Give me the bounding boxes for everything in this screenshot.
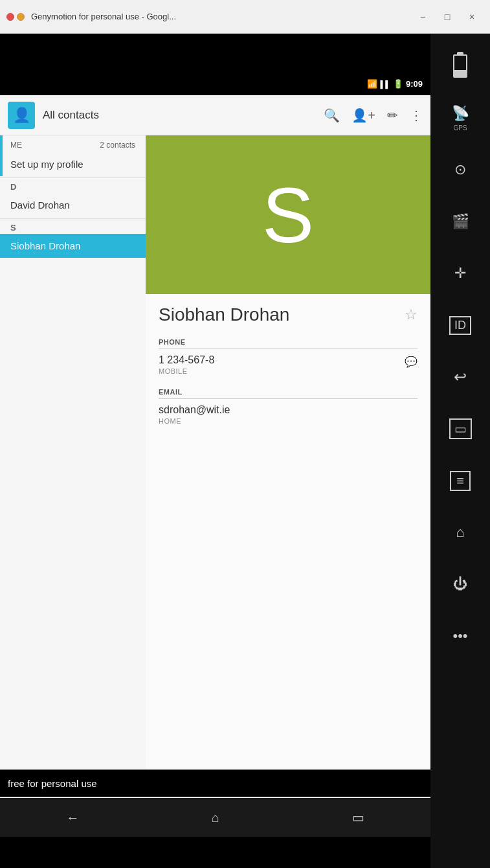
favorite-star-icon[interactable]: ☆ — [405, 306, 418, 323]
camera-icon: ⊙ — [454, 161, 466, 178]
window-icons — [6, 13, 25, 21]
phone-detail-row: 1 234-567-8 MOBILE 💬 — [159, 354, 418, 375]
id-sidebar-btn[interactable]: ID — [430, 299, 490, 351]
media-sidebar-btn[interactable]: 🎬 — [430, 196, 490, 247]
add-contact-icon[interactable]: 👤+ — [351, 108, 375, 123]
status-time: 9:09 — [406, 79, 423, 89]
gps-icon: 📡 — [452, 105, 469, 122]
search-icon[interactable]: 🔍 — [324, 108, 340, 123]
setup-profile-row[interactable]: Set up my profile — [0, 152, 146, 176]
status-icons: 📶 ▌▌ 🔋 9:09 — [367, 79, 423, 89]
window-controls: − □ × — [411, 6, 484, 27]
battery-status-icon: 🔋 — [393, 79, 403, 89]
power-sidebar-btn[interactable]: ⏻ — [430, 558, 490, 610]
camera-sidebar-btn[interactable]: ⊙ — [430, 144, 490, 196]
section-d: D — [0, 179, 146, 193]
dpad-sidebar-btn[interactable]: ✛ — [430, 247, 490, 299]
more-sidebar-btn[interactable]: ••• — [430, 610, 490, 662]
email-value[interactable]: sdrohan@wit.ie — [159, 404, 418, 416]
contact-details: Siobhan Drohan ☆ PHONE 1 234-567-8 MOBIL… — [146, 294, 430, 448]
circle-yellow-icon — [17, 13, 25, 21]
watermark: free for personal use — [0, 770, 430, 797]
menu-sidebar-btn[interactable]: ≡ — [430, 455, 490, 507]
toolbar-icons: 🔍 👤+ ✏ ⋮ — [324, 108, 423, 123]
avatar-letter: S — [262, 170, 314, 260]
contacts-app-icon: 👤 — [8, 102, 35, 129]
recent-icon: ▭ — [449, 418, 472, 439]
back-sidebar-btn[interactable]: ↩ — [430, 351, 490, 403]
circle-red-icon — [6, 13, 14, 21]
contact-avatar: S — [146, 135, 430, 294]
phone-value[interactable]: 1 234-567-8 — [159, 354, 214, 366]
media-icon: 🎬 — [452, 213, 469, 230]
email-type: HOME — [159, 417, 418, 425]
david-drohan-name: David Drohan — [10, 200, 70, 211]
battery-sidebar-btn[interactable] — [430, 40, 490, 92]
power-icon: ⏻ — [453, 576, 467, 593]
back-button[interactable]: ← — [66, 810, 79, 825]
recent-sidebar-btn[interactable]: ▭ — [430, 403, 490, 455]
siobhan-drohan-row[interactable]: Siobhan Drohan — [0, 234, 146, 258]
window-title: Genymotion for personal use - Googl... — [31, 12, 411, 21]
phone-info: 1 234-567-8 MOBILE — [159, 354, 214, 375]
phone-label: PHONE — [159, 338, 418, 349]
person-icon: 👤 — [13, 107, 30, 124]
home-icon: ⌂ — [456, 524, 464, 541]
contact-count: 2 contacts — [100, 141, 135, 150]
dpad-icon: ✛ — [454, 265, 466, 282]
right-panel: S Siobhan Drohan ☆ PHONE — [146, 135, 430, 837]
phone-section: PHONE 1 234-567-8 MOBILE 💬 — [159, 338, 418, 375]
app-bar-title: All contacts — [43, 109, 316, 122]
recent-button[interactable]: ▭ — [352, 810, 364, 825]
title-bar: Genymotion for personal use - Googl... −… — [0, 0, 490, 34]
back-arrow-icon: ↩ — [454, 368, 467, 386]
home-sidebar-btn[interactable]: ⌂ — [430, 507, 490, 558]
contact-name: Siobhan Drohan — [159, 304, 289, 325]
gps-label: GPS — [453, 124, 467, 131]
me-section: ME 2 contacts Set up my profile — [0, 135, 146, 176]
wifi-icon: 📶 — [367, 79, 377, 89]
siobhan-drohan-name: Siobhan Drohan — [10, 240, 80, 251]
watermark-text: free for personal use — [8, 778, 97, 789]
minimize-button[interactable]: − — [411, 6, 434, 27]
right-sidebar: 📡 GPS ⊙ 🎬 ✛ ID ↩ ▭ ≡ — [430, 34, 490, 868]
maximize-button[interactable]: □ — [436, 6, 459, 27]
section-s: S — [0, 220, 146, 234]
signal-icon: ▌▌ — [380, 80, 390, 88]
divider-d — [0, 177, 146, 178]
gps-sidebar-btn[interactable]: 📡 GPS — [430, 92, 490, 144]
left-panel: ME 2 contacts Set up my profile D David … — [0, 135, 146, 837]
david-drohan-row[interactable]: David Drohan — [0, 193, 146, 217]
overflow-menu-icon[interactable]: ⋮ — [410, 108, 423, 123]
email-label: EMAIL — [159, 388, 418, 399]
me-section-header: ME 2 contacts — [0, 135, 146, 152]
android-screen: 📶 ▌▌ 🔋 9:09 👤 All contacts 🔍 👤+ ✏ ⋮ — [0, 73, 430, 837]
emulator: 📶 ▌▌ 🔋 9:09 👤 All contacts 🔍 👤+ ✏ ⋮ — [0, 34, 490, 868]
contacts-content: ME 2 contacts Set up my profile D David … — [0, 135, 430, 837]
menu-icon: ≡ — [450, 471, 471, 491]
close-button[interactable]: × — [460, 6, 484, 27]
home-button[interactable]: ⌂ — [212, 810, 219, 825]
sms-icon[interactable]: 💬 — [405, 356, 418, 368]
battery-icon — [453, 54, 467, 78]
battery-fill — [454, 70, 466, 76]
me-label: ME — [10, 141, 22, 150]
phone-type: MOBILE — [159, 367, 214, 375]
more-icon: ••• — [452, 628, 467, 645]
setup-profile-label: Set up my profile — [10, 159, 84, 170]
status-bar: 📶 ▌▌ 🔋 9:09 — [0, 73, 430, 95]
divider-s — [0, 218, 146, 219]
contact-name-row: Siobhan Drohan ☆ — [159, 304, 418, 325]
email-section: EMAIL sdrohan@wit.ie HOME — [159, 388, 418, 425]
app-bar: 👤 All contacts 🔍 👤+ ✏ ⋮ — [0, 95, 430, 135]
bottom-nav: ← ⌂ ▭ — [0, 798, 430, 837]
edit-icon[interactable]: ✏ — [387, 108, 398, 123]
contacts-app: 👤 All contacts 🔍 👤+ ✏ ⋮ ME — [0, 95, 430, 837]
id-icon: ID — [449, 316, 471, 335]
